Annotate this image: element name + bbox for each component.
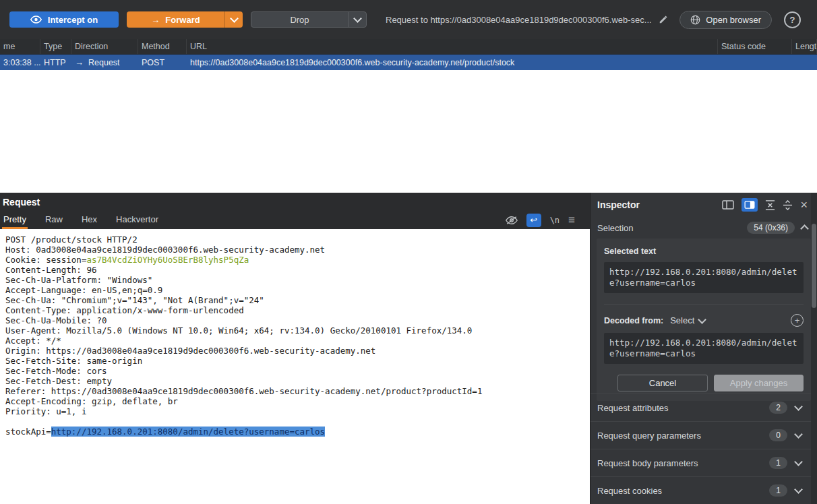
editor-line[interactable]: Sec-Ch-Ua: "Chromium";v="143", "Not A(Br… — [5, 295, 590, 305]
chevron-down-icon — [794, 402, 803, 411]
tab-hackvertor[interactable]: Hackvertor — [115, 211, 160, 229]
panel-layout-left-icon[interactable] — [722, 200, 734, 210]
word-wrap-toggle-icon[interactable]: ↩ — [526, 214, 541, 227]
editor-line[interactable]: Host: 0ad3008e04aa9ce1819d9dec000300f6.w… — [5, 245, 590, 255]
globe-icon — [690, 15, 700, 25]
tab-raw[interactable]: Raw — [44, 211, 64, 229]
inspector-section-request-body-parameters[interactable]: Request body parameters1 — [591, 449, 811, 476]
editor-line[interactable] — [5, 416, 590, 427]
request-editor[interactable]: POST /product/stock HTTP/2Host: 0ad3008e… — [0, 229, 590, 504]
section-label: Selection — [597, 223, 633, 233]
selection-size-badge: 54 (0x36) — [747, 222, 795, 234]
chevron-down-icon — [230, 14, 239, 23]
drop-button[interactable]: Drop — [251, 11, 367, 28]
open-browser-button[interactable]: Open browser — [679, 11, 772, 29]
tab-pretty[interactable]: Pretty — [2, 211, 28, 229]
section-count-badge: 1 — [769, 457, 787, 469]
column-header-type[interactable]: Type — [40, 39, 71, 54]
editor-line[interactable]: Origin: https://0ad3008e04aa9ce1819d9dec… — [5, 346, 590, 356]
editor-line[interactable]: Sec-Ch-Ua-Mobile: ?0 — [5, 315, 590, 325]
decoded-text-box[interactable]: http://192.168.0.201:8080/admin/delete?u… — [604, 333, 804, 364]
request-direction-arrow-icon: → — [75, 57, 84, 67]
selected-text-label: Selected text — [604, 247, 804, 256]
column-header-length[interactable]: Length — [792, 39, 817, 54]
expand-all-icon[interactable] — [783, 200, 793, 210]
drop-dropdown-button[interactable] — [348, 12, 366, 27]
editor-line[interactable]: Accept-Language: en-US,en;q=0.9 — [5, 285, 590, 295]
scrollbar-thumb[interactable] — [812, 224, 816, 308]
request-panel-title: Request — [3, 197, 40, 208]
editor-line[interactable]: Referer: https://0ad3008e04aa9ce1819d9de… — [5, 386, 590, 396]
section-count-badge: 0 — [769, 429, 787, 441]
show-newlines-toggle[interactable]: \n — [550, 216, 559, 225]
cell-direction: → Request — [71, 55, 138, 70]
cell-url: https://0ad3008e04aa9ce1819d9dec000300f6… — [187, 55, 718, 70]
intercepted-request-row[interactable]: 3:03:38 ... HTTP → Request POST https://… — [0, 55, 817, 70]
proxy-intercept-toolbar: Intercept on → Forward Drop Request to h… — [0, 0, 817, 39]
cell-status-code — [718, 55, 792, 70]
section-label: Request cookies — [597, 486, 662, 496]
apply-changes-button[interactable]: Apply changes — [714, 375, 804, 391]
open-browser-label: Open browser — [706, 15, 761, 25]
inspector-section-request-query-parameters[interactable]: Request query parameters0 — [591, 421, 811, 449]
cell-method: POST — [138, 55, 187, 70]
request-editor-lines: POST /product/stock HTTP/2Host: 0ad3008e… — [5, 234, 590, 437]
selection-actions: Cancel Apply changes — [604, 375, 804, 391]
chevron-up-icon — [800, 224, 809, 233]
editor-line[interactable]: Sec-Ch-Ua-Platform: "Windows" — [5, 275, 590, 285]
selected-text-box[interactable]: http://192.168.0.201:8080/admin/delete?u… — [604, 262, 804, 293]
section-count-badge: 2 — [769, 402, 787, 414]
editor-line[interactable]: User-Agent: Mozilla/5.0 (Windows NT 10.0… — [5, 325, 590, 336]
editor-line[interactable]: Accept: */* — [5, 336, 590, 346]
editor-line[interactable]: Content-Type: application/x-www-form-url… — [5, 305, 590, 315]
cell-type: HTTP — [40, 55, 71, 70]
request-editor-tabs: Pretty Raw Hex Hackvertor ↩ \n ≡ — [0, 211, 590, 229]
chevron-down-icon — [794, 458, 803, 466]
intercepted-request-description: Request to https://0ad3008e04aa9ce1819d9… — [386, 15, 652, 25]
panel-layout-right-icon[interactable] — [742, 198, 758, 212]
close-icon[interactable]: × — [800, 199, 808, 211]
edit-pencil-icon[interactable] — [659, 15, 668, 24]
column-header-time[interactable]: me — [0, 39, 40, 54]
editor-line[interactable]: Cookie: session=as7B4VcdZiOYHy6UoSBErB8l… — [5, 255, 590, 265]
inspector-section-request-cookies[interactable]: Request cookies1 — [591, 476, 811, 504]
intercept-toggle-button[interactable]: Intercept on — [9, 11, 119, 28]
inspector-header: Inspector × — [591, 193, 817, 217]
editor-line[interactable]: Sec-Fetch-Mode: cors — [5, 366, 590, 376]
column-header-url[interactable]: URL — [187, 39, 718, 54]
section-count-badge: 1 — [769, 484, 787, 497]
editor-menu-icon[interactable]: ≡ — [568, 214, 575, 227]
editor-line[interactable]: Accept-Encoding: gzip, deflate, br — [5, 396, 590, 406]
editor-line[interactable]: Sec-Fetch-Dest: empty — [5, 376, 590, 386]
collapse-all-icon[interactable] — [765, 200, 775, 210]
hide-nonprintable-icon[interactable] — [506, 216, 518, 225]
cancel-button[interactable]: Cancel — [617, 375, 708, 391]
decoded-from-select[interactable]: Select — [670, 315, 705, 325]
intercept-label: Intercept on — [48, 15, 98, 25]
editor-line[interactable]: Sec-Fetch-Site: same-origin — [5, 356, 590, 366]
editor-line[interactable]: POST /product/stock HTTP/2 — [5, 234, 590, 245]
inspector-collapsed-sections: Request attributes2Request query paramet… — [591, 393, 811, 504]
inspector-panel: Inspector × Selection 54 (0x36) Selected… — [590, 193, 817, 504]
help-icon[interactable]: ? — [784, 11, 801, 28]
forward-button[interactable]: → Forward — [127, 11, 243, 28]
vertical-scrollbar[interactable] — [811, 193, 817, 504]
forward-dropdown-button[interactable] — [224, 11, 243, 28]
column-header-direction[interactable]: Direction — [71, 39, 138, 54]
history-table-header: me Type Direction Method URL Status code… — [0, 39, 817, 55]
editor-line[interactable]: Priority: u=1, i — [5, 406, 590, 416]
editor-line[interactable]: stockApi=http://192.168.0.201:8080/admin… — [5, 427, 590, 437]
section-label: Request query parameters — [597, 431, 701, 441]
section-label: Request body parameters — [597, 458, 698, 468]
column-header-status-code[interactable]: Status code — [718, 39, 792, 54]
request-panel-header: Request — [0, 193, 590, 211]
forward-arrow-icon: → — [151, 15, 160, 25]
chevron-down-icon — [794, 430, 803, 439]
inspector-section-request-attributes[interactable]: Request attributes2 — [591, 393, 811, 421]
add-decoding-step-icon[interactable]: + — [791, 314, 804, 327]
editor-line[interactable]: Content-Length: 96 — [5, 265, 590, 275]
column-header-method[interactable]: Method — [138, 39, 187, 54]
drop-label: Drop — [251, 15, 348, 25]
tab-hex[interactable]: Hex — [80, 211, 98, 229]
inspector-section-selection[interactable]: Selection 54 (0x36) — [591, 217, 817, 239]
